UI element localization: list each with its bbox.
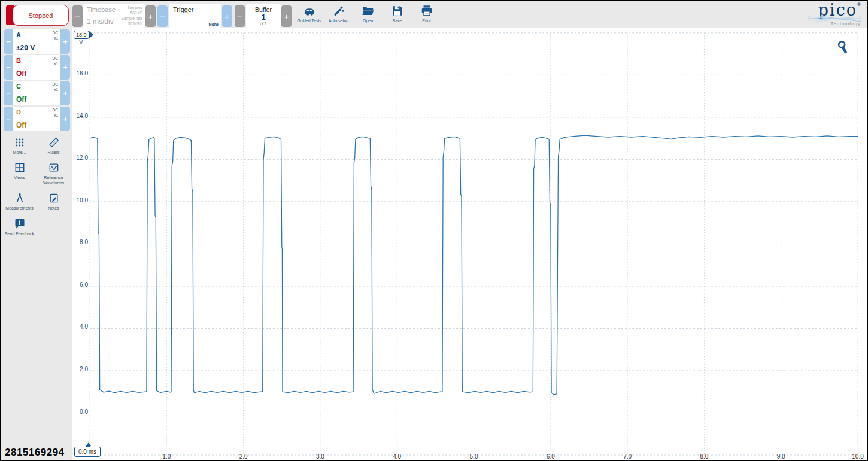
samples-value: 500 kS	[118, 11, 142, 16]
x-tick-label: 7.0	[615, 453, 639, 460]
y-tick-label: 6.0	[72, 281, 88, 288]
tool-label: Rulers	[47, 150, 59, 155]
channel-a-letter: A	[16, 31, 21, 38]
y-axis-max-value: 18.0	[74, 31, 89, 39]
watermark-number: 2815169294	[5, 447, 65, 459]
channel-d-letter: D	[16, 108, 21, 116]
channel-c-letter: C	[16, 83, 21, 90]
auto-setup-button[interactable]: Auto setup	[324, 4, 353, 23]
channel-b-increase-button[interactable]: +	[60, 55, 70, 80]
open-folder-icon	[362, 4, 375, 17]
scope-view[interactable]: -2.00.02.04.06.08.010.012.014.016.0 1.02…	[72, 28, 868, 461]
channel-d-increase-button[interactable]: +	[60, 107, 70, 131]
pico-technology-logo: pico® Technology	[806, 2, 861, 26]
tool-label: Reference Waveforms	[38, 175, 69, 186]
notes-icon	[48, 192, 60, 204]
waveform-svg	[72, 28, 868, 461]
channel-d-range: Off	[16, 121, 26, 129]
toolbar-actions: Guided Tests Auto setup Open	[295, 4, 441, 23]
rulers-button[interactable]: Rulers	[37, 137, 71, 155]
feedback-bubble-icon	[14, 218, 26, 230]
timebase-panel[interactable]: Timebase 1 ms/div Samples 500 kS Sample …	[83, 4, 145, 28]
channel-a-increase-button[interactable]: +	[60, 29, 70, 54]
x-tick-label: 3.0	[308, 453, 332, 460]
zoom-magnifier-icon[interactable]	[836, 40, 850, 54]
channel-c-coupling: DCx1	[53, 82, 58, 93]
left-sidebar: − A DCx1 ±20 V + − B DCx1 Off + − C DCx1…	[1, 28, 72, 461]
x-tick-label: 6.0	[539, 453, 563, 460]
ruler-icon	[48, 137, 60, 148]
trigger-label: Trigger	[169, 4, 221, 13]
y-tick-label: 2.0	[72, 366, 88, 372]
buffer-next-button[interactable]: +	[281, 5, 292, 27]
guided-tests-button[interactable]: Guided Tests	[295, 4, 324, 23]
channel-a-panel: − A DCx1 ±20 V +	[4, 29, 70, 54]
send-feedback-button[interactable]: Send Feedback	[2, 218, 37, 236]
views-button[interactable]: Views	[2, 162, 37, 186]
x-tick-label: 5.0	[462, 453, 486, 460]
floppy-disk-icon	[391, 4, 404, 17]
channel-d-coupling: DCx1	[53, 108, 58, 119]
channel-b-decrease-button[interactable]: −	[4, 55, 13, 80]
channel-c-body[interactable]: C DCx1 Off	[13, 81, 60, 105]
y-tick-label: 8.0	[72, 239, 88, 245]
sample-rate-label: Sample rate	[118, 16, 142, 22]
tool-label: Views	[14, 175, 25, 180]
buffer-panel[interactable]: Buffer 1 of 1	[246, 4, 281, 28]
channel-a-body[interactable]: A DCx1 ±20 V	[13, 29, 60, 54]
buffer-count: of 1	[246, 22, 281, 26]
action-label: Guided Tests	[297, 19, 321, 23]
channel-d-body[interactable]: D DCx1 Off	[13, 107, 60, 131]
logo-brand: pico	[818, 1, 857, 19]
timebase-decrease-button[interactable]: −	[72, 5, 83, 27]
action-label: Print	[422, 19, 430, 23]
print-button[interactable]: Print	[412, 4, 441, 23]
open-button[interactable]: Open	[353, 4, 383, 23]
registered-mark: ®	[857, 2, 861, 7]
tool-label: Send Feedback	[5, 232, 34, 236]
run-stop-status-button[interactable]: Stopped	[13, 5, 69, 26]
y-axis-max-control[interactable]: 18.0	[74, 31, 93, 39]
channel-b-panel: − B DCx1 Off +	[4, 55, 70, 80]
y-tick-label: 4.0	[72, 323, 88, 330]
trigger-panel[interactable]: Trigger None	[169, 4, 221, 28]
channel-c-decrease-button[interactable]: −	[4, 81, 13, 105]
buffer-previous-button[interactable]: −	[235, 5, 245, 27]
samples-label: Samples	[118, 5, 142, 11]
measurements-button[interactable]: Measurements	[2, 192, 37, 211]
reference-waveforms-button[interactable]: Reference Waveforms	[37, 162, 71, 186]
y-tick-label: 0.0	[72, 408, 88, 415]
channel-a-decrease-button[interactable]: −	[4, 29, 13, 54]
channel-c-range: Off	[16, 95, 26, 104]
sample-rate-value: 50 MS/s	[118, 22, 142, 27]
more-button[interactable]: More...	[2, 137, 37, 155]
y-axis-unit: V	[79, 39, 83, 46]
y-tick-label: 10.0	[72, 197, 88, 204]
notes-button[interactable]: Notes	[37, 192, 71, 211]
channel-c-increase-button[interactable]: +	[60, 81, 70, 105]
trigger-increase-button[interactable]: +	[222, 5, 232, 27]
timebase-value: 1 ms/div	[87, 17, 118, 26]
channel-d-decrease-button[interactable]: −	[4, 107, 13, 131]
x-tick-label: 4.0	[385, 453, 409, 460]
channel-c-panel: − C DCx1 Off +	[4, 81, 70, 105]
logo-subtitle: Technology	[806, 21, 861, 26]
channel-b-body[interactable]: B DCx1 Off	[13, 55, 60, 80]
x-axis-origin-control[interactable]: 0.0 ms	[74, 447, 101, 457]
trigger-decrease-button[interactable]: −	[157, 5, 168, 27]
tool-label: More...	[13, 150, 26, 155]
picoscope-window: Stopped − Timebase 1 ms/div Samples 500 …	[0, 0, 868, 461]
views-grid-icon	[14, 162, 26, 174]
y-tick-label: 12.0	[72, 154, 88, 161]
x-tick-label: 10.0	[846, 453, 868, 460]
x-tick-label: 1.0	[154, 453, 178, 460]
x-tick-label: 9.0	[769, 453, 793, 460]
action-label: Auto setup	[329, 19, 348, 23]
car-icon	[303, 4, 316, 17]
channel-a-range: ±20 V	[16, 44, 35, 52]
timebase-label: Timebase	[87, 6, 118, 13]
samples-info: Samples 500 kS Sample rate 50 MS/s	[118, 4, 145, 28]
save-button[interactable]: Save	[383, 4, 412, 23]
action-label: Open	[363, 19, 373, 23]
timebase-increase-button[interactable]: +	[145, 5, 156, 27]
